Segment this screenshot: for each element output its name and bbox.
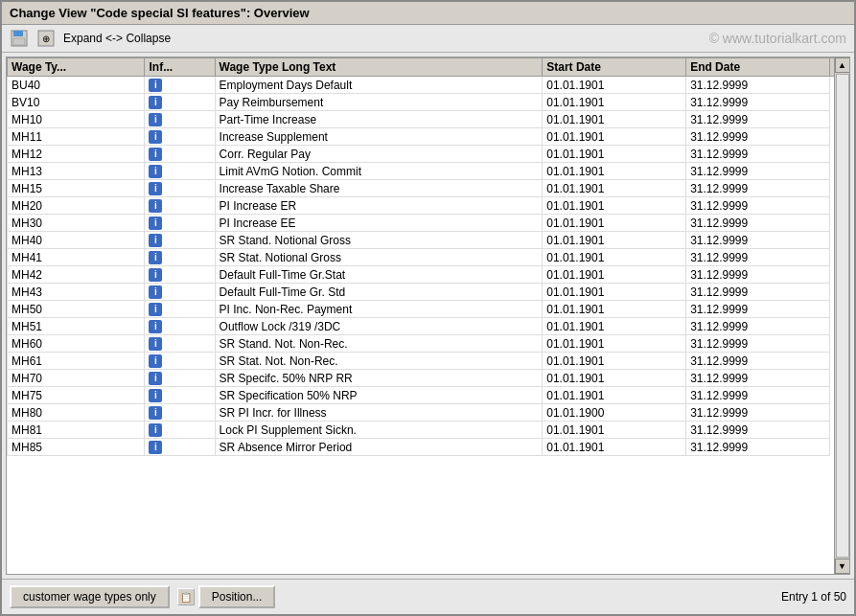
cell-info[interactable]: i bbox=[145, 335, 215, 353]
table-row[interactable]: MH60iSR Stand. Not. Non-Rec.01.01.190131… bbox=[8, 335, 849, 353]
cell-info[interactable]: i bbox=[145, 180, 215, 197]
scroll-down-btn[interactable]: ▼ bbox=[835, 559, 850, 574]
cell-long-text: Pay Reimbursement bbox=[215, 94, 543, 111]
table-row[interactable]: MH40iSR Stand. Notional Gross01.01.19013… bbox=[8, 232, 849, 249]
info-icon[interactable]: i bbox=[149, 217, 162, 230]
table-row[interactable]: MH61iSR Stat. Not. Non-Rec.01.01.190131.… bbox=[8, 353, 849, 370]
cell-end-date: 31.12.9999 bbox=[686, 163, 830, 180]
table-row[interactable]: MH13iLimit AVmG Notion. Commit01.01.1901… bbox=[8, 163, 849, 180]
info-icon[interactable]: i bbox=[149, 337, 162, 351]
cell-info[interactable]: i bbox=[145, 404, 215, 422]
cell-start-date: 01.01.1901 bbox=[543, 422, 686, 439]
cell-end-date: 31.12.9999 bbox=[686, 111, 830, 128]
cell-info[interactable]: i bbox=[145, 318, 215, 335]
cell-info[interactable]: i bbox=[145, 94, 215, 111]
table-row[interactable]: MH42iDefault Full-Time Gr.Stat01.01.1901… bbox=[8, 266, 849, 284]
info-icon[interactable]: i bbox=[149, 423, 162, 437]
info-icon[interactable]: i bbox=[149, 96, 162, 109]
info-icon[interactable]: i bbox=[149, 372, 162, 385]
cell-info[interactable]: i bbox=[145, 163, 215, 180]
cell-wage-type: BU40 bbox=[8, 77, 145, 94]
cell-wage-type: MH60 bbox=[8, 335, 145, 353]
cell-end-date: 31.12.9999 bbox=[686, 387, 830, 404]
table-row[interactable]: MH10iPart-Time Increase01.01.190131.12.9… bbox=[8, 111, 849, 128]
cell-long-text: PI Increase ER bbox=[215, 197, 543, 215]
table-row[interactable]: MH20iPI Increase ER01.01.190131.12.9999 bbox=[8, 197, 849, 215]
info-icon[interactable]: i bbox=[149, 320, 162, 333]
info-icon[interactable]: i bbox=[149, 234, 162, 247]
cell-long-text: Corr. Regular Pay bbox=[215, 146, 543, 163]
table-row[interactable]: MH75iSR Specification 50% NRP01.01.19013… bbox=[8, 387, 849, 404]
table-row[interactable]: MH15iIncrease Taxable Share01.01.190131.… bbox=[8, 180, 849, 197]
table-row[interactable]: MH12iCorr. Regular Pay01.01.190131.12.99… bbox=[8, 146, 849, 163]
table-row[interactable]: MH51iOutflow Lock /319 /3DC01.01.190131.… bbox=[8, 318, 849, 335]
table-row[interactable]: MH50iPI Inc. Non-Rec. Payment01.01.19013… bbox=[8, 301, 849, 318]
table-row[interactable]: BU40iEmployment Days Default01.01.190131… bbox=[8, 77, 849, 94]
table-row[interactable]: MH70iSR Specifc. 50% NRP RR01.01.190131.… bbox=[8, 370, 849, 387]
cell-info[interactable]: i bbox=[145, 370, 215, 387]
cell-info[interactable]: i bbox=[145, 215, 215, 232]
cell-end-date: 31.12.9999 bbox=[686, 439, 830, 456]
cell-info[interactable]: i bbox=[145, 301, 215, 318]
info-icon[interactable]: i bbox=[149, 148, 162, 161]
table-row[interactable]: MH43iDefault Full-Time Gr. Std01.01.1901… bbox=[8, 284, 849, 301]
cell-long-text: SR Stand. Notional Gross bbox=[215, 232, 543, 249]
cell-info[interactable]: i bbox=[145, 128, 215, 146]
table-row[interactable]: MH81iLock PI Supplement Sickn.01.01.1901… bbox=[8, 422, 849, 439]
position-icon: 📋 bbox=[177, 588, 195, 605]
cell-info[interactable]: i bbox=[145, 353, 215, 370]
info-icon[interactable]: i bbox=[149, 79, 162, 92]
cell-start-date: 01.01.1901 bbox=[543, 301, 686, 318]
info-icon[interactable]: i bbox=[149, 406, 162, 420]
cell-start-date: 01.01.1901 bbox=[543, 146, 686, 163]
cell-info[interactable]: i bbox=[145, 77, 215, 94]
info-icon[interactable]: i bbox=[149, 303, 162, 316]
cell-info[interactable]: i bbox=[145, 249, 215, 266]
cell-info[interactable]: i bbox=[145, 387, 215, 404]
cell-info[interactable]: i bbox=[145, 146, 215, 163]
table-row[interactable]: MH30iPI Increase EE01.01.190131.12.9999 bbox=[8, 215, 849, 232]
cell-end-date: 31.12.9999 bbox=[686, 232, 830, 249]
cell-end-date: 31.12.9999 bbox=[686, 353, 830, 370]
info-icon[interactable]: i bbox=[149, 199, 162, 213]
save-icon[interactable] bbox=[10, 29, 29, 48]
info-icon[interactable]: i bbox=[149, 389, 162, 402]
position-btn[interactable]: Position... bbox=[198, 585, 276, 608]
table-row[interactable]: BV10iPay Reimbursement01.01.190131.12.99… bbox=[8, 94, 849, 111]
scroll-up-btn[interactable]: ▲ bbox=[835, 57, 850, 73]
customer-wage-types-btn[interactable]: customer wage types only bbox=[10, 585, 170, 608]
scrollbar[interactable]: ▲ ▼ bbox=[834, 57, 849, 574]
info-icon[interactable]: i bbox=[149, 182, 162, 195]
info-icon[interactable]: i bbox=[149, 251, 162, 264]
cell-info[interactable]: i bbox=[145, 111, 215, 128]
cell-long-text: SR PI Incr. for Illness bbox=[215, 404, 543, 422]
table-row[interactable]: MH11iIncrease Supplement01.01.190131.12.… bbox=[8, 128, 849, 146]
svg-text:⊕: ⊕ bbox=[42, 34, 50, 44]
info-icon[interactable]: i bbox=[149, 354, 162, 368]
info-icon[interactable]: i bbox=[149, 268, 162, 282]
cell-wage-type: MH50 bbox=[8, 301, 145, 318]
cell-long-text: PI Inc. Non-Rec. Payment bbox=[215, 301, 543, 318]
cell-info[interactable]: i bbox=[145, 422, 215, 439]
info-icon[interactable]: i bbox=[149, 113, 162, 126]
info-icon[interactable]: i bbox=[149, 130, 162, 144]
expand-icon[interactable]: ⊕ bbox=[36, 29, 56, 48]
cell-end-date: 31.12.9999 bbox=[686, 77, 830, 94]
main-content: Wage Ty... Inf... Wage Type Long Text St… bbox=[2, 53, 854, 579]
cell-wage-type: MH61 bbox=[8, 353, 145, 370]
cell-info[interactable]: i bbox=[145, 232, 215, 249]
cell-start-date: 01.01.1901 bbox=[543, 439, 686, 456]
cell-info[interactable]: i bbox=[145, 197, 215, 215]
table-row[interactable]: MH80iSR PI Incr. for Illness01.01.190031… bbox=[8, 404, 849, 422]
info-icon[interactable]: i bbox=[149, 441, 162, 454]
svg-rect-2 bbox=[13, 38, 25, 45]
cell-info[interactable]: i bbox=[145, 284, 215, 301]
table-row[interactable]: MH41iSR Stat. Notional Gross01.01.190131… bbox=[8, 249, 849, 266]
cell-info[interactable]: i bbox=[145, 439, 215, 456]
cell-long-text: PI Increase EE bbox=[215, 215, 543, 232]
info-icon[interactable]: i bbox=[149, 285, 162, 299]
cell-info[interactable]: i bbox=[145, 266, 215, 284]
cell-end-date: 31.12.9999 bbox=[686, 370, 830, 387]
info-icon[interactable]: i bbox=[149, 165, 162, 178]
table-row[interactable]: MH85iSR Absence Mirror Period01.01.19013… bbox=[8, 439, 849, 456]
